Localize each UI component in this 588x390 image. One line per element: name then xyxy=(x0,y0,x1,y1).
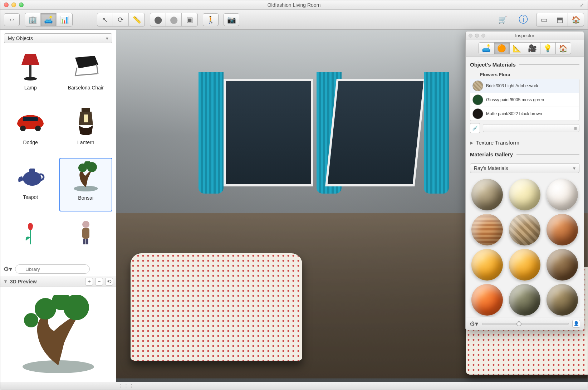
divider xyxy=(516,154,579,155)
library-mode-group: 🏢 🛋️ 📊 xyxy=(25,13,73,26)
menu-icon: ≡ xyxy=(574,126,577,131)
material-label: Brick/003 Light Adobe-work xyxy=(486,83,538,89)
material-swatch-icon xyxy=(472,108,483,119)
object-item[interactable]: Barselona Chair xyxy=(59,48,113,101)
scene-window xyxy=(224,79,313,186)
object-category-dropdown[interactable]: My Objects ▾ xyxy=(4,33,112,43)
close-window-button[interactable] xyxy=(4,3,9,7)
record-stop-button[interactable]: ▣ xyxy=(182,13,197,26)
warehouse-icon[interactable]: 🛒 xyxy=(495,13,510,26)
section-heading-label: Object's Materials xyxy=(470,62,516,68)
object-item[interactable] xyxy=(4,214,57,260)
list-library-button[interactable]: 📊 xyxy=(57,13,72,26)
material-swatch[interactable] xyxy=(509,179,540,210)
svg-rect-21 xyxy=(82,228,89,239)
scene-curtain xyxy=(199,72,224,194)
object-thumb-car xyxy=(14,105,46,137)
section-heading: Object's Materials xyxy=(470,62,579,68)
svg-marker-0 xyxy=(21,54,39,65)
rotate-tool-button[interactable]: ⟳ xyxy=(113,13,129,26)
inspector-titlebar[interactable]: Inspector xyxy=(466,31,584,40)
object-item[interactable]: Lamp xyxy=(4,48,57,101)
view-mode-group: ▭ ⬒ 🏠 xyxy=(536,13,584,26)
object-thumb-person xyxy=(70,216,102,248)
material-list: Brick/003 Light Adobe-work Glossy paint/… xyxy=(470,79,579,121)
gear-icon[interactable]: ⚙▾ xyxy=(469,320,478,328)
material-swatch[interactable] xyxy=(471,179,503,210)
tool-mode-group: ↖ ⟳ 📏 xyxy=(97,13,145,26)
object-item[interactable]: Dodge xyxy=(4,103,57,156)
gear-icon[interactable]: ⚙▾ xyxy=(3,265,12,273)
app-window: Oldfashion Living Room ⤢ ↔ 🏢 🛋️ 📊 ↖ ⟳ 📏 … xyxy=(0,0,588,390)
material-swatch[interactable] xyxy=(471,214,503,245)
zoom-window-button[interactable] xyxy=(19,3,24,7)
fullscreen-icon[interactable]: ⤢ xyxy=(580,2,584,8)
material-row[interactable]: Brick/003 Light Adobe-work xyxy=(470,79,579,93)
inspector-tab-camera[interactable]: 🎥 xyxy=(525,42,540,54)
svg-rect-7 xyxy=(23,117,38,121)
material-row[interactable]: Glossy paint/6005 moss green xyxy=(470,93,579,107)
object-thumb-tulip xyxy=(14,216,46,248)
preview-viewport[interactable] xyxy=(0,287,116,382)
building-library-button[interactable]: 🏢 xyxy=(25,13,41,26)
furniture-library-button[interactable]: 🛋️ xyxy=(41,13,57,26)
material-swatch[interactable] xyxy=(547,179,578,210)
inspector-tab-measure[interactable]: 📐 xyxy=(509,42,525,54)
disclosure-triangle-icon[interactable]: ▼ xyxy=(3,279,8,284)
object-item[interactable] xyxy=(59,214,113,260)
object-item[interactable]: Teapot xyxy=(4,158,57,212)
svg-rect-12 xyxy=(84,114,88,122)
material-label: Matte paint/8022 black brown xyxy=(486,111,542,117)
material-swatch[interactable] xyxy=(471,284,503,316)
zoom-in-button[interactable]: ＋ xyxy=(85,278,93,286)
gallery-category-dropdown[interactable]: Ray's Materials ▾ xyxy=(470,163,579,173)
walkthrough-button[interactable]: 🚶 xyxy=(203,13,219,26)
record-red-button[interactable]: ⬤ xyxy=(150,13,166,26)
inspector-tab-building[interactable]: 🏠 xyxy=(555,42,571,54)
material-swatch[interactable] xyxy=(547,214,578,245)
texture-transform-disclosure[interactable]: ▶ Texture Transform xyxy=(466,136,584,149)
measure-tool-button[interactable]: 📏 xyxy=(129,13,144,26)
view-2d3d-button[interactable]: ⬒ xyxy=(552,13,568,26)
inspector-tab-light[interactable]: 💡 xyxy=(540,42,556,54)
select-tool-button[interactable]: ↖ xyxy=(97,13,113,26)
material-swatch[interactable] xyxy=(547,249,578,281)
nav-back-forward-button[interactable]: ↔ xyxy=(4,13,20,26)
view-3d-button[interactable]: 🏠 xyxy=(568,13,584,26)
library-search-input[interactable] xyxy=(15,264,90,274)
inspector-tab-object[interactable]: 🛋️ xyxy=(479,42,494,54)
eyedropper-button[interactable]: 💉 xyxy=(470,123,480,133)
object-label: Teapot xyxy=(6,194,55,200)
minimize-window-button[interactable] xyxy=(11,3,16,7)
material-swatch[interactable] xyxy=(471,249,503,281)
scene-sofa xyxy=(131,253,302,361)
slider-knob[interactable] xyxy=(516,321,521,326)
view-2d-button[interactable]: ▭ xyxy=(536,13,552,26)
object-item[interactable]: Lantern xyxy=(59,103,113,156)
zoom-out-button[interactable]: － xyxy=(95,278,103,286)
chevron-down-icon: ▾ xyxy=(106,35,108,41)
color-bar[interactable]: ≡ xyxy=(483,124,579,132)
inspector-tab-materials[interactable]: 🟠 xyxy=(494,42,510,54)
zoom-reset-button[interactable]: ⟲ xyxy=(105,278,113,286)
material-swatch[interactable] xyxy=(547,284,578,316)
sidebar-tools: ⚙▾ 🔍 xyxy=(0,262,116,276)
svg-rect-1 xyxy=(29,65,31,77)
material-swatch[interactable] xyxy=(509,214,540,245)
object-item[interactable]: Bonsai xyxy=(59,158,113,212)
scene-window xyxy=(325,79,426,186)
inspector-panel: Inspector 🛋️ 🟠 📐 🎥 💡 🏠 Object's Material… xyxy=(465,31,584,330)
section-heading-label: Materials Gallery xyxy=(470,151,513,157)
material-row[interactable]: Matte paint/8022 black brown xyxy=(470,107,579,121)
split-handle[interactable]: ⋮⋮⋮ xyxy=(0,382,588,390)
material-swatch[interactable] xyxy=(509,284,540,316)
chevron-right-icon: ▶ xyxy=(470,140,473,145)
info-icon[interactable]: ⓘ xyxy=(515,13,531,26)
material-swatch[interactable] xyxy=(509,249,540,281)
svg-point-9 xyxy=(35,126,41,131)
snapshot-button[interactable]: 📷 xyxy=(224,13,239,26)
thumbnail-size-slider[interactable] xyxy=(482,323,569,325)
record-gray-button[interactable]: ⬤ xyxy=(166,13,182,26)
inspector-footer: ⚙▾ 👤 xyxy=(466,317,584,330)
user-presets-button[interactable]: 👤 xyxy=(572,320,580,328)
